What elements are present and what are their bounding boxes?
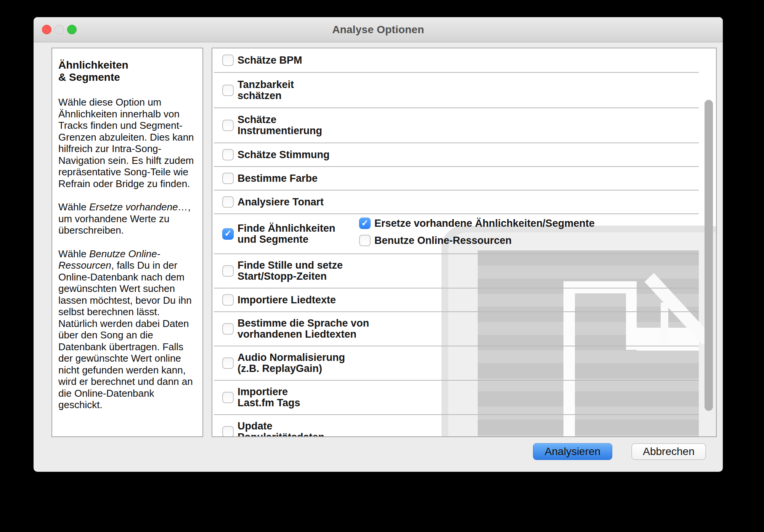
options-list-panel: ✓ Schätze BPM ✓ Tanzbarkeit schätzen ✓ S… [212, 48, 717, 437]
description-paragraph: Wähle Ersetze vorhandene…, um vorhandene… [58, 201, 195, 236]
option-label[interactable]: Importiere Liedtexte [238, 295, 336, 306]
checkbox[interactable]: ✓ [222, 196, 234, 208]
option-row-farbe[interactable]: ✓ Bestimme Farbe [214, 167, 699, 191]
checkbox[interactable]: ✓ [222, 228, 234, 240]
option-label[interactable]: Analysiere Tonart [238, 197, 324, 208]
option-label[interactable]: Schätze BPM [238, 55, 302, 66]
option-label[interactable]: Finde Ähnlichkeiten und Segmente [238, 223, 335, 245]
description-heading: Ähnlichkeiten & Segmente [58, 59, 195, 83]
checkbox[interactable]: ✓ [222, 120, 234, 131]
options-list: ✓ Schätze BPM ✓ Tanzbarkeit schätzen ✓ S… [212, 48, 716, 437]
window-title: Analyse Optionen [34, 17, 723, 42]
option-row-liedtexte[interactable]: ✓ Importiere Liedtexte [214, 288, 699, 312]
option-label[interactable]: Schätze Instrumentierung [238, 114, 322, 136]
option-label[interactable]: Ersetze vorhandene Ähnlichkeiten/Segment… [374, 218, 595, 229]
option-row-stimmung[interactable]: ✓ Schätze Stimmung [214, 143, 699, 167]
option-row-tonart[interactable]: ✓ Analysiere Tonart [214, 191, 699, 214]
option-label[interactable]: Audio Normalisierung (z.B. ReplayGain) [238, 352, 345, 374]
checkbox[interactable]: ✓ [222, 149, 234, 160]
title-bar[interactable]: Analyse Optionen [34, 17, 723, 42]
description-panel: Ähnlichkeiten & Segmente Wähle diese Opt… [51, 48, 203, 437]
option-label[interactable]: Schätze Stimmung [238, 149, 330, 160]
checkbox[interactable]: ✓ [222, 323, 234, 335]
option-row-popularitaet[interactable]: ✓ Update Popularitätsdaten [214, 415, 699, 437]
checkbox[interactable]: ✓ [222, 85, 234, 96]
option-label[interactable]: Update Popularitätsdaten [238, 421, 324, 437]
checkbox[interactable]: ✓ [222, 392, 234, 403]
option-row-normalisierung[interactable]: ✓ Audio Normalisierung (z.B. ReplayGain) [214, 346, 699, 381]
sub-options: ✓ Ersetze vorhandene Ähnlichkeiten/Segme… [359, 218, 595, 246]
checkmark-icon: ✓ [224, 229, 231, 238]
cancel-button[interactable]: Abbrechen [631, 443, 706, 460]
checkbox[interactable]: ✓ [222, 173, 234, 184]
option-row-aehnlichkeiten[interactable]: ✓ Finde Ähnlichkeiten und Segmente ✓ Ers… [214, 214, 699, 254]
vertical-scrollbar[interactable] [705, 100, 713, 411]
option-label[interactable]: Tanzbarkeit schätzen [238, 79, 294, 101]
option-label[interactable]: Finde Stille und setze Start/Stopp-Zeite… [238, 260, 343, 282]
option-label[interactable]: Importiere Last.fm Tags [238, 386, 300, 409]
option-row-instrumentierung[interactable]: ✓ Schätze Instrumentierung [214, 108, 699, 143]
description-paragraph: Wähle diese Option um Ähnlichkeiten inne… [58, 96, 195, 189]
analysis-options-dialog: Analyse Optionen Ähnlichkeiten & Segment… [34, 17, 723, 472]
option-row-tanzbarkeit[interactable]: ✓ Tanzbarkeit schätzen [214, 73, 699, 108]
description-paragraph: Wähle Benutze Online-Ressourcen, falls D… [58, 248, 195, 411]
option-row-schaetze-bpm[interactable]: ✓ Schätze BPM [214, 48, 699, 73]
checkmark-icon: ✓ [361, 219, 368, 228]
sub-option-ersetze[interactable]: ✓ Ersetze vorhandene Ähnlichkeiten/Segme… [359, 218, 595, 229]
checkbox[interactable]: ✓ [359, 218, 371, 229]
checkbox[interactable]: ✓ [222, 357, 234, 369]
sub-option-online-ressourcen[interactable]: ✓ Benutze Online-Ressourcen [359, 235, 595, 246]
checkbox[interactable]: ✓ [222, 426, 234, 437]
checkbox[interactable]: ✓ [359, 235, 371, 246]
analyze-button[interactable]: Analysieren [533, 443, 612, 460]
option-row-stille[interactable]: ✓ Finde Stille und setze Start/Stopp-Zei… [214, 254, 699, 288]
option-label[interactable]: Benutze Online-Ressourcen [374, 235, 512, 246]
option-row-lastfm[interactable]: ✓ Importiere Last.fm Tags [214, 381, 699, 415]
checkbox[interactable]: ✓ [222, 54, 234, 66]
checkbox[interactable]: ✓ [222, 265, 234, 277]
option-row-sprache[interactable]: ✓ Bestimme die Sprache von vorhandenen L… [214, 312, 699, 346]
option-label[interactable]: Bestimme die Sprache von vorhandenen Lie… [238, 318, 369, 340]
checkbox[interactable]: ✓ [222, 294, 234, 306]
option-label[interactable]: Bestimme Farbe [238, 173, 318, 184]
